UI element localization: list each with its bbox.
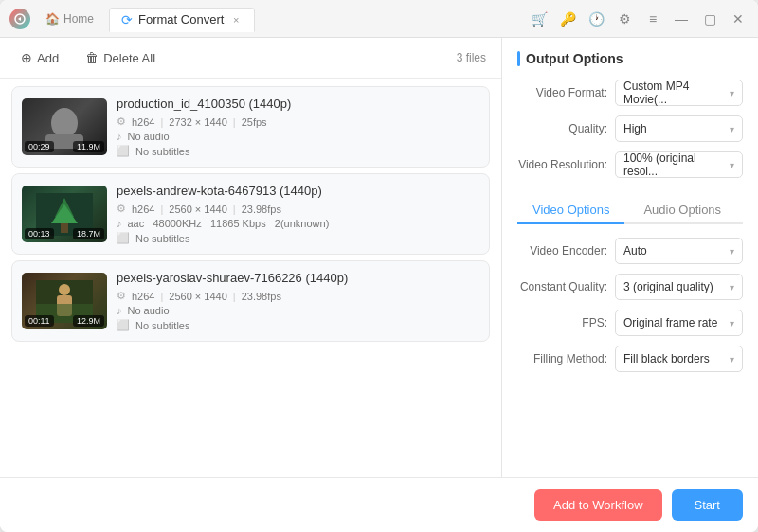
svg-point-8 xyxy=(59,284,70,295)
svg-point-1 xyxy=(51,108,78,138)
video-icon: ⚙ xyxy=(117,290,126,302)
output-options-panel: Output Options Video Format: Custom MP4 … xyxy=(502,38,758,477)
thumbnail: 00:29 11.9M xyxy=(22,98,107,155)
file-name: production_id_4100350 (1440p) xyxy=(117,97,479,111)
encoder-value: Auto xyxy=(623,244,647,257)
file-info: production_id_4100350 (1440p) ⚙ h264 | 2… xyxy=(117,97,479,157)
quality-label: Quality: xyxy=(517,122,607,135)
close-window-button[interactable]: ✕ xyxy=(728,9,749,29)
cart-icon[interactable]: 🛒 xyxy=(529,9,550,29)
add-label: Add xyxy=(37,51,59,65)
filling-label: Filling Method: xyxy=(517,352,607,365)
home-tab-label: Home xyxy=(63,12,94,26)
video-format-value: Custom MP4 Movie(... xyxy=(623,80,730,106)
table-row[interactable]: 00:29 11.9M production_id_4100350 (1440p… xyxy=(11,86,490,168)
audio-icon: ♪ xyxy=(117,218,122,229)
encoder-select[interactable]: Auto ▾ xyxy=(615,238,743,264)
subtitle-icon: ⬜ xyxy=(117,319,130,331)
video-format-label: Video Format: xyxy=(517,86,607,99)
chevron-down-icon: ▾ xyxy=(730,318,734,328)
duration-badge: 00:29 xyxy=(25,141,54,152)
tab-audio-options[interactable]: Audio Options xyxy=(628,197,736,224)
filling-select[interactable]: Fill black borders ▾ xyxy=(615,346,743,372)
convert-icon: ⟳ xyxy=(121,12,133,27)
resolution-select[interactable]: 100% (original resol... ▾ xyxy=(615,151,743,178)
tab-video-options[interactable]: Video Options xyxy=(517,197,624,224)
resolution-value: 100% (original resol... xyxy=(623,151,730,178)
add-to-workflow-button[interactable]: Add to Workflow xyxy=(534,489,661,521)
section-bar xyxy=(517,51,520,66)
trash-icon: 🗑 xyxy=(85,50,99,65)
fps-label: FPS: xyxy=(517,316,607,329)
resolution-label: Video Resolution: xyxy=(517,158,607,171)
plus-icon: ⊕ xyxy=(21,50,32,65)
format-convert-tab[interactable]: ⟳ Format Convert × xyxy=(109,8,255,32)
maximize-button[interactable]: ▢ xyxy=(699,9,720,29)
size-badge: 18.7M xyxy=(73,228,104,239)
fps-select[interactable]: Original frame rate ▾ xyxy=(615,310,743,336)
thumbnail: 00:13 18.7M xyxy=(22,186,107,242)
start-button[interactable]: Start xyxy=(672,489,743,521)
quality-select[interactable]: High ▾ xyxy=(615,115,743,142)
options-tabs: Video Options Audio Options xyxy=(517,197,743,224)
fps-value: Original frame rate xyxy=(623,316,717,329)
constant-quality-select[interactable]: 3 (original quality) ▾ xyxy=(615,274,743,300)
size-badge: 12.9M xyxy=(73,315,104,327)
settings-icon[interactable]: ⚙ xyxy=(614,9,635,29)
video-icon: ⚙ xyxy=(117,115,126,128)
add-button[interactable]: ⊕ Add xyxy=(15,47,64,68)
subtitle-icon: ⬜ xyxy=(117,145,130,157)
file-list: 00:29 11.9M production_id_4100350 (1440p… xyxy=(0,79,501,477)
home-tab[interactable]: 🏠 Home xyxy=(34,9,105,29)
video-icon: ⚙ xyxy=(117,203,126,215)
duration-badge: 00:13 xyxy=(25,228,54,239)
delete-label: Delete All xyxy=(103,51,155,65)
table-row[interactable]: 00:13 18.7M pexels-andrew-kota-6467913 (… xyxy=(11,173,490,255)
close-tab-button[interactable]: × xyxy=(229,13,243,27)
file-name: pexels-yaroslav-shuraev-7166226 (1440p) xyxy=(117,271,479,285)
constant-quality-label: Constant Quality: xyxy=(517,280,607,293)
chevron-down-icon: ▾ xyxy=(730,88,734,98)
size-badge: 11.9M xyxy=(73,141,104,152)
key-icon[interactable]: 🔑 xyxy=(557,9,578,29)
svg-rect-6 xyxy=(61,223,68,233)
format-convert-label: Format Convert xyxy=(138,12,224,27)
section-title-text: Output Options xyxy=(526,51,623,66)
encoder-label: Video Encoder: xyxy=(517,244,607,257)
footer: Add to Workflow Start xyxy=(0,477,758,532)
chevron-down-icon: ▾ xyxy=(730,354,734,364)
subtitle-icon: ⬜ xyxy=(117,232,130,244)
clock-icon[interactable]: 🕐 xyxy=(586,9,606,29)
chevron-down-icon: ▾ xyxy=(730,246,734,257)
video-format-select[interactable]: Custom MP4 Movie(... ▾ xyxy=(615,80,743,106)
chevron-down-icon: ▾ xyxy=(730,124,734,134)
thumbnail: 00:11 12.9M xyxy=(22,273,107,329)
constant-quality-value: 3 (original quality) xyxy=(623,280,713,293)
home-icon: 🏠 xyxy=(45,12,60,26)
app-logo xyxy=(9,9,30,29)
duration-badge: 00:11 xyxy=(25,315,54,327)
file-info: pexels-andrew-kota-6467913 (1440p) ⚙ h26… xyxy=(117,184,479,244)
chevron-down-icon: ▾ xyxy=(730,160,734,170)
file-count: 3 files xyxy=(457,51,486,64)
table-row[interactable]: 00:11 12.9M pexels-yaroslav-shuraev-7166… xyxy=(11,260,490,342)
chevron-down-icon: ▾ xyxy=(730,282,734,293)
quality-value: High xyxy=(623,122,647,135)
filling-value: Fill black borders xyxy=(623,352,710,365)
audio-icon: ♪ xyxy=(117,131,122,142)
menu-icon[interactable]: ≡ xyxy=(642,9,663,29)
audio-icon: ♪ xyxy=(117,305,122,316)
minimize-button[interactable]: — xyxy=(671,9,692,29)
file-info: pexels-yaroslav-shuraev-7166226 (1440p) … xyxy=(117,271,479,331)
file-name: pexels-andrew-kota-6467913 (1440p) xyxy=(117,184,479,198)
delete-all-button[interactable]: 🗑 Delete All xyxy=(80,47,161,68)
